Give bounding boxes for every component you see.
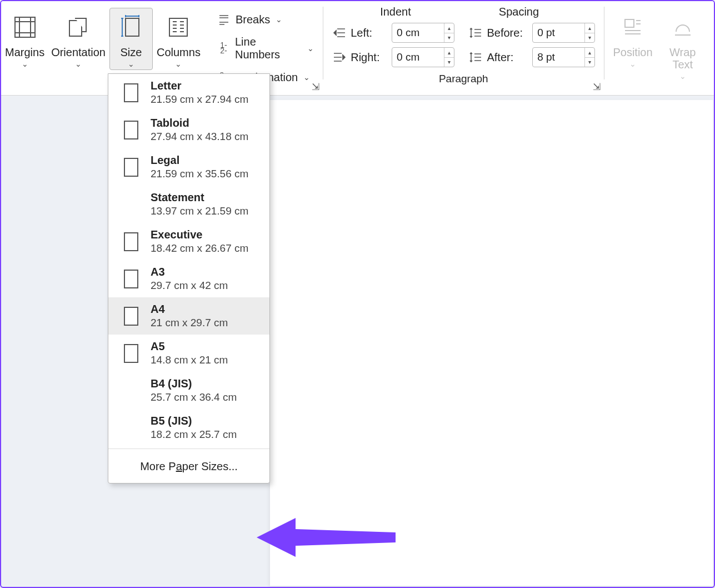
size-option-dim: 29.7 cm x 42 cm: [151, 280, 228, 292]
margins-button[interactable]: Margins ⌄: [2, 8, 47, 70]
line-numbers-icon: 1-2-: [217, 41, 231, 56]
size-option-legal[interactable]: Legal21.59 cm x 35.56 cm: [108, 148, 269, 186]
size-option-dim: 21.59 cm x 35.56 cm: [151, 168, 248, 180]
orientation-icon: [63, 12, 94, 43]
spacing-before-value: 0 pt: [533, 23, 584, 42]
spacing-after-input[interactable]: 8 pt ▴▾: [532, 47, 594, 67]
columns-icon: [163, 12, 194, 43]
more-paper-sizes[interactable]: More Paper Sizes...: [108, 451, 269, 483]
chevron-down-icon: ⌄: [307, 44, 314, 53]
spacing-after-icon: [468, 50, 482, 64]
chevron-down-icon: ⌄: [679, 72, 686, 81]
spinner-up[interactable]: ▴: [444, 23, 454, 33]
columns-label: Columns: [157, 46, 201, 58]
indent-header: Indent: [332, 6, 459, 18]
spinner-down[interactable]: ▾: [444, 33, 454, 43]
indent-right-label: Right:: [351, 51, 387, 64]
size-option-name: Tabloid: [151, 117, 248, 129]
page-icon: [124, 121, 138, 139]
wrap-text-icon: [667, 12, 698, 43]
size-option-dim: 25.7 cm x 36.4 cm: [151, 391, 237, 403]
chevron-down-icon: ⌄: [303, 73, 310, 82]
paragraph-launcher[interactable]: ⇲: [593, 83, 602, 92]
size-option-b5-jis-[interactable]: B5 (JIS)18.2 cm x 25.7 cm: [108, 409, 269, 446]
spacing-after-label: After:: [487, 51, 528, 64]
size-option-name: Letter: [151, 79, 248, 92]
size-option-statement[interactable]: Statement13.97 cm x 21.59 cm: [108, 186, 269, 223]
size-option-a5[interactable]: A514.8 cm x 21 cm: [108, 335, 269, 372]
page-setup-launcher[interactable]: ⇲: [312, 83, 321, 92]
wrap-text-button: Wrap Text ⌄: [656, 8, 709, 82]
size-dropdown: Letter21.59 cm x 27.94 cmTabloid27.94 cm…: [108, 73, 270, 484]
page-icon: [124, 307, 138, 326]
chevron-down-icon: ⌄: [128, 59, 134, 68]
size-icon: [116, 12, 147, 43]
wrap-text-label: Wrap Text: [658, 46, 707, 71]
size-option-name: Legal: [151, 154, 248, 167]
size-option-executive[interactable]: Executive18.42 cm x 26.67 cm: [108, 223, 269, 260]
paragraph-group: Indent Spacing Left: 0 cm ▴▾ Before:: [323, 1, 604, 95]
chevron-down-icon: ⌄: [175, 59, 182, 68]
size-option-name: Statement: [151, 191, 248, 204]
size-option-name: A4: [151, 303, 228, 316]
spacing-before-label: Before:: [487, 27, 528, 39]
line-numbers-button[interactable]: 1-2- Line Numbers ⌄: [212, 33, 318, 63]
size-option-name: A5: [151, 340, 228, 353]
page-icon: [124, 83, 138, 102]
position-label: Position: [613, 46, 652, 58]
size-option-letter[interactable]: Letter21.59 cm x 27.94 cm: [108, 74, 269, 111]
page-icon: [124, 158, 138, 177]
breaks-button[interactable]: Breaks ⌄: [212, 10, 318, 29]
spinner-up[interactable]: ▴: [585, 23, 594, 33]
line-numbers-label: Line Numbers: [235, 36, 302, 61]
size-option-dim: 21.59 cm x 27.94 cm: [151, 93, 248, 106]
size-option-name: Executive: [151, 228, 248, 241]
size-label: Size: [121, 46, 142, 58]
spinner-down[interactable]: ▾: [585, 58, 594, 67]
chevron-down-icon: ⌄: [276, 15, 282, 24]
chevron-down-icon: ⌄: [75, 59, 82, 68]
spinner-down[interactable]: ▾: [585, 33, 594, 43]
size-option-name: B5 (JIS): [151, 415, 237, 427]
columns-button[interactable]: Columns ⌄: [154, 8, 203, 70]
size-option-name: A3: [151, 266, 228, 278]
size-option-dim: 13.97 cm x 21.59 cm: [151, 205, 248, 217]
margins-label: Margins: [5, 46, 44, 58]
indent-left-input[interactable]: 0 cm ▴▾: [392, 23, 454, 43]
margins-icon: [9, 12, 41, 43]
svg-rect-13: [169, 18, 187, 36]
page-icon: [124, 270, 138, 288]
size-option-dim: 14.8 cm x 21 cm: [151, 354, 228, 366]
size-option-dim: 18.2 cm x 25.7 cm: [151, 428, 237, 441]
orientation-button[interactable]: Orientation ⌄: [48, 8, 108, 70]
page-icon: [124, 344, 138, 363]
page-icon: [124, 232, 138, 251]
arrange-group: Position ⌄ Wrap Text ⌄: [604, 1, 714, 95]
size-option-dim: 27.94 cm x 43.18 cm: [151, 131, 248, 143]
size-button[interactable]: Size ⌄: [109, 8, 153, 70]
indent-left-icon: [332, 26, 346, 40]
spinner-up[interactable]: ▴: [444, 48, 454, 58]
breaks-label: Breaks: [236, 13, 270, 26]
indent-left-value: 0 cm: [392, 23, 443, 42]
size-option-a3[interactable]: A329.7 cm x 42 cm: [108, 260, 269, 297]
spacing-before-input[interactable]: 0 pt ▴▾: [532, 23, 594, 43]
size-option-b4-jis-[interactable]: B4 (JIS)25.7 cm x 36.4 cm: [108, 372, 269, 409]
size-option-name: B4 (JIS): [151, 377, 237, 390]
size-option-a4[interactable]: A421 cm x 29.7 cm: [108, 297, 269, 335]
svg-rect-38: [625, 19, 634, 27]
spinner-up[interactable]: ▴: [585, 48, 594, 58]
spacing-after-value: 8 pt: [533, 48, 584, 67]
indent-left-label: Left:: [351, 27, 387, 39]
indent-right-value: 0 cm: [392, 48, 443, 67]
document-area[interactable]: [270, 100, 713, 586]
chevron-down-icon: ⌄: [629, 59, 636, 68]
orientation-label: Orientation: [51, 46, 106, 58]
size-option-tabloid[interactable]: Tabloid27.94 cm x 43.18 cm: [108, 111, 269, 148]
size-option-dim: 18.42 cm x 26.67 cm: [151, 242, 248, 255]
svg-rect-0: [15, 17, 35, 37]
chevron-down-icon: ⌄: [22, 59, 28, 68]
spinner-down[interactable]: ▾: [444, 58, 454, 67]
paragraph-group-label: Paragraph: [332, 73, 595, 85]
indent-right-input[interactable]: 0 cm ▴▾: [392, 47, 454, 67]
